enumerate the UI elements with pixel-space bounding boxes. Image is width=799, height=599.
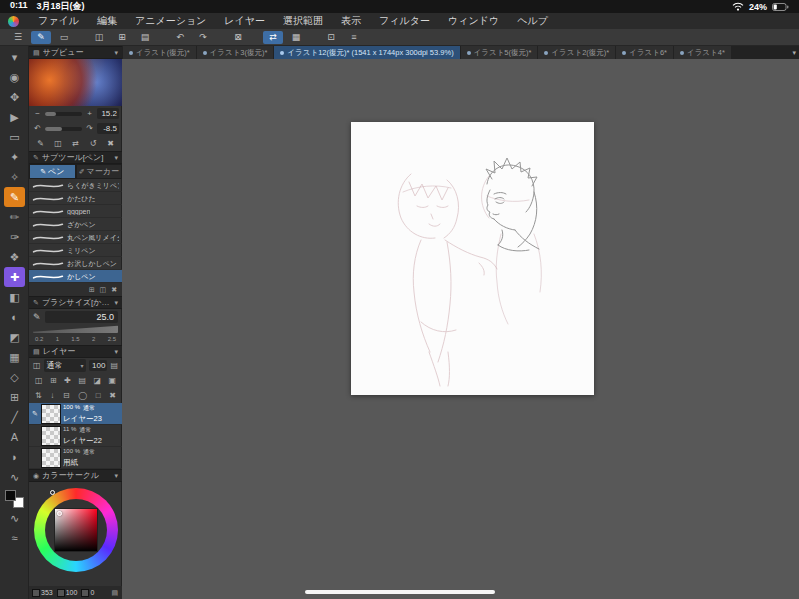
brush-item[interactable]: 丸ペン風リメイク <box>29 231 122 244</box>
layer-row[interactable]: 100 % 通常 用紙 <box>29 447 122 469</box>
delete-brush-icon[interactable]: ✖ <box>111 286 117 294</box>
brush-tool[interactable]: ✑ <box>4 227 25 247</box>
brush-size-slider[interactable] <box>33 325 118 333</box>
blend-mode-select[interactable]: 通常 ▾ <box>44 359 87 372</box>
figure-tool[interactable]: ◇ <box>4 367 25 387</box>
save-icon[interactable]: ⊞ <box>112 31 132 44</box>
layer-row[interactable]: ✎ 100 % 通常 レイヤー23 <box>29 403 122 425</box>
panel-menu-icon[interactable]: ▾ <box>114 299 118 307</box>
brush-size-preset[interactable]: 1.5 <box>71 336 79 342</box>
rotate-value[interactable]: -8.5 <box>97 123 119 134</box>
wave-ruler-icon[interactable]: ≈ <box>4 528 25 548</box>
brush-item[interactable]: gggpen <box>29 205 122 218</box>
brush-size-preset[interactable]: 2.5 <box>108 336 116 342</box>
hand-tool[interactable]: ✥ <box>4 87 25 107</box>
canvas-viewport[interactable] <box>122 59 799 599</box>
balloon-tool[interactable]: ◗ <box>4 447 25 467</box>
menu-item[interactable]: フィルター <box>370 13 439 29</box>
layer-toolbar-icon[interactable]: ⇅ <box>35 391 42 400</box>
brush-size-value[interactable]: 25.0 <box>45 311 118 323</box>
rotate-ccw-button[interactable]: ↶ <box>32 124 43 133</box>
layer-toolbar-icon[interactable]: ⊞ <box>50 376 57 385</box>
tab-list-chevron-icon[interactable]: ▾ <box>792 46 796 59</box>
color-panel-header[interactable]: ◉ カラーサークル ▾ <box>29 469 122 482</box>
layer-toolbar-icon[interactable]: ▤ <box>78 376 86 385</box>
main-color-chip[interactable] <box>5 490 16 501</box>
brush-size-preset[interactable]: 0.2 <box>35 336 43 342</box>
hue-marker[interactable] <box>50 490 55 495</box>
menu-item[interactable]: ウィンドウ <box>439 13 508 29</box>
layer-toolbar-icon[interactable]: ⊟ <box>63 391 70 400</box>
layer-toolbar-icon[interactable]: ↓ <box>50 391 54 400</box>
subtool-panel-header[interactable]: ✎ サブツール[ペン] ▾ <box>29 151 122 164</box>
edit-icon[interactable]: ✎ <box>35 139 46 148</box>
layer-toolbar-icon[interactable]: □ <box>96 391 101 400</box>
selection-tool[interactable]: ▭ <box>4 127 25 147</box>
menu-item[interactable]: レイヤー <box>215 13 274 29</box>
stream-line-icon[interactable]: ∿ <box>4 508 25 528</box>
menu-item[interactable]: 選択範囲 <box>274 13 332 29</box>
window-icon[interactable]: ◫ <box>89 31 109 44</box>
zoom-in-button[interactable]: + <box>84 109 95 118</box>
layer-toolbar-icon[interactable]: ◫ <box>35 376 43 385</box>
brush-size-panel-header[interactable]: ✎ ブラシサイズ[かしペン] ▾ <box>29 296 122 309</box>
brush-item[interactable]: ミリペン <box>29 244 122 257</box>
pen-tool[interactable]: ✎ <box>4 187 25 207</box>
layer-opacity-value[interactable]: 100 <box>89 360 107 371</box>
canvas-tab[interactable]: イラスト2(復元)* <box>538 46 615 59</box>
eraser-tool[interactable]: ◧ <box>4 287 25 307</box>
subtool-group-tab[interactable]: ✎ ペン <box>29 164 76 179</box>
tool-list-chevron-icon[interactable]: ▾ <box>4 47 25 67</box>
zoom-tool[interactable]: ◉ <box>4 67 25 87</box>
menu-item[interactable]: ファイル <box>29 13 88 29</box>
eyedropper-tool[interactable]: ✧ <box>4 167 25 187</box>
brush-item[interactable]: かしペン <box>29 270 122 283</box>
brush-item[interactable]: ざかペン <box>29 218 122 231</box>
delete-icon[interactable]: ✖ <box>105 139 116 148</box>
zoom-slider[interactable] <box>45 112 82 116</box>
gradient-tool[interactable]: ▦ <box>4 347 25 367</box>
menu-item[interactable]: 表示 <box>332 13 370 29</box>
layer-row[interactable]: 11 % 通常 レイヤー22 <box>29 425 122 447</box>
layer-toolbar-icon[interactable]: ◯ <box>78 391 87 400</box>
canvas-tab[interactable]: イラスト6* <box>616 46 673 59</box>
canvas-tab[interactable]: イラスト3(復元)* <box>197 46 274 59</box>
frame-tool[interactable]: ⊞ <box>4 387 25 407</box>
flip-horizontal-icon[interactable]: ⇄ <box>263 31 283 44</box>
line-correction-tool[interactable]: ∿ <box>4 467 25 487</box>
auto-select-tool[interactable]: ✦ <box>4 147 25 167</box>
canvas-tab[interactable]: イラスト(復元)* <box>123 46 196 59</box>
zoom-value[interactable]: 15.2 <box>97 108 119 119</box>
home-indicator[interactable] <box>305 590 495 594</box>
canvas[interactable] <box>351 122 594 395</box>
sv-square[interactable] <box>55 509 97 551</box>
pen-mode-icon[interactable]: ✎ <box>31 31 51 44</box>
rotate-slider[interactable] <box>45 127 82 131</box>
add-brush-icon[interactable]: ⊞ <box>89 286 95 294</box>
export-icon[interactable]: ▤ <box>135 31 155 44</box>
subview-panel-header[interactable]: ▤ サブビュー ▾ <box>29 46 122 59</box>
combine-mode-icon[interactable]: ◫ <box>33 361 41 370</box>
redo-icon[interactable]: ↷ <box>193 31 213 44</box>
layer-thumbnail[interactable] <box>42 427 60 445</box>
delete-icon[interactable]: ⊠ <box>228 31 248 44</box>
layer-toolbar-icon[interactable]: ✚ <box>64 376 71 385</box>
menu-item[interactable]: ヘルプ <box>508 13 557 29</box>
menu-item[interactable]: 編集 <box>88 13 126 29</box>
undo-icon[interactable]: ↶ <box>170 31 190 44</box>
brush-item[interactable]: かたひた <box>29 192 122 205</box>
reset-rotation-icon[interactable]: ↺ <box>88 139 99 148</box>
brush-size-preset[interactable]: 2 <box>92 336 95 342</box>
window-icon[interactable]: ◫ <box>53 139 64 148</box>
grid-icon[interactable]: ▦ <box>286 31 306 44</box>
panel-menu-icon[interactable]: ▾ <box>114 348 118 356</box>
brush-size-preset[interactable]: 1 <box>56 336 59 342</box>
opacity-slider-icon[interactable]: ▤ <box>110 361 118 370</box>
canvas-tab[interactable]: イラスト4* <box>674 46 731 59</box>
panel-menu-icon[interactable]: ▾ <box>114 472 118 480</box>
ruler-tool[interactable]: ╱ <box>4 407 25 427</box>
layer-toolbar-icon[interactable]: ▣ <box>108 376 116 385</box>
airbrush-tool[interactable]: ❖ <box>4 247 25 267</box>
layer-panel-header[interactable]: ▤ レイヤー ▾ <box>29 345 122 358</box>
clip-studio-logo-icon[interactable] <box>8 16 19 27</box>
